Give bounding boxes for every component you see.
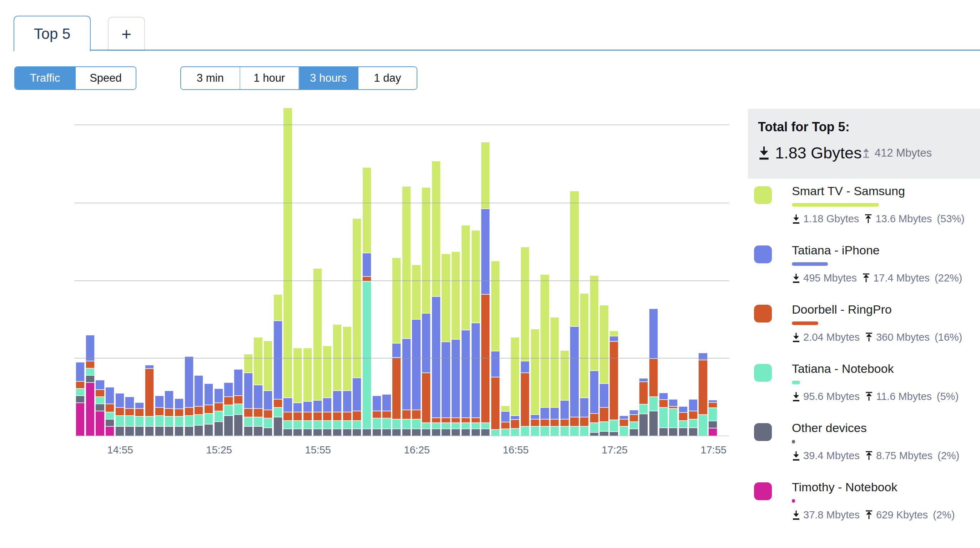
bar-column[interactable] <box>550 317 559 436</box>
bar-segment <box>352 429 361 436</box>
bar-column[interactable] <box>689 399 698 436</box>
color-swatch <box>754 245 772 263</box>
bar-segment <box>352 378 361 411</box>
bar-column[interactable] <box>639 378 648 436</box>
bar-column[interactable] <box>323 346 332 436</box>
bar-column[interactable] <box>214 389 223 436</box>
bar-column[interactable] <box>86 335 95 436</box>
bar-column[interactable] <box>303 348 312 436</box>
bar-segment <box>372 429 381 436</box>
bar-column[interactable] <box>451 251 460 436</box>
download-icon <box>758 146 770 160</box>
bar-segment <box>115 426 124 436</box>
bar-column[interactable] <box>619 416 628 436</box>
bar-column[interactable] <box>679 407 687 436</box>
bar-segment <box>115 393 124 407</box>
add-tab-button[interactable]: + <box>108 17 145 51</box>
legend-item-iphone[interactable]: Tatiana - iPhone 495 Mbytes 17.4 Mbytes … <box>748 243 980 303</box>
bar-segment <box>194 425 203 436</box>
legend-item-doorbell[interactable]: Doorbell - RingPro 2.04 Mbytes 360 Mbyte… <box>748 303 980 362</box>
bar-column[interactable] <box>125 397 134 436</box>
bar-column[interactable] <box>175 399 183 436</box>
bar-column[interactable] <box>204 384 213 436</box>
range-1hour-button[interactable]: 1 hour <box>240 67 299 89</box>
bar-column[interactable] <box>382 394 391 436</box>
bar-column[interactable] <box>531 329 539 436</box>
legend-item-timothy-notebook[interactable]: Timothy - Notebook 37.8 Mbytes 629 Kbyte… <box>748 480 980 539</box>
bar-column[interactable] <box>293 348 302 436</box>
bar-column[interactable] <box>145 365 154 436</box>
legend-item-other-devices[interactable]: Other devices 39.4 Mbytes 8.75 Mbytes (2… <box>748 421 980 480</box>
bar-segment <box>689 399 698 411</box>
bar-segment <box>95 411 104 436</box>
bar-column[interactable] <box>590 275 599 436</box>
bar-column[interactable] <box>283 108 292 436</box>
bar-column[interactable] <box>313 268 322 436</box>
bar-segment <box>590 371 599 413</box>
bar-segment <box>76 381 84 389</box>
bar-column[interactable] <box>491 261 500 436</box>
bar-column[interactable] <box>698 353 707 436</box>
bar-column[interactable] <box>224 383 233 436</box>
bar-column[interactable] <box>155 396 164 436</box>
range-3hours-button[interactable]: 3 hours <box>299 67 358 89</box>
bar-column[interactable] <box>412 265 420 436</box>
bar-column[interactable] <box>422 187 431 436</box>
bar-column[interactable] <box>363 167 371 436</box>
traffic-button[interactable]: Traffic <box>15 67 76 89</box>
bar-column[interactable] <box>274 294 282 436</box>
bar-column[interactable] <box>95 380 104 436</box>
range-3min-button[interactable]: 3 min <box>181 67 240 89</box>
bar-column[interactable] <box>165 391 173 436</box>
bar-column[interactable] <box>264 341 272 436</box>
bar-column[interactable] <box>234 369 243 436</box>
bar-column[interactable] <box>520 247 530 436</box>
bar-column[interactable] <box>253 337 262 436</box>
bar-column[interactable] <box>540 274 549 436</box>
bar-column[interactable] <box>115 393 124 436</box>
bar-column[interactable] <box>333 324 342 436</box>
bar-column[interactable] <box>481 142 490 436</box>
bar-column[interactable] <box>580 293 589 436</box>
bar-segment <box>402 338 411 410</box>
range-1day-button[interactable]: 1 day <box>358 67 417 89</box>
bar-column[interactable] <box>352 218 361 436</box>
bar-column[interactable] <box>432 161 441 436</box>
bar-column[interactable] <box>669 399 678 436</box>
bar-column[interactable] <box>105 387 114 436</box>
bar-column[interactable] <box>570 191 579 436</box>
bar-column[interactable] <box>402 186 411 436</box>
bar-segment <box>708 428 717 436</box>
bar-column[interactable] <box>194 375 203 436</box>
bar-column[interactable] <box>461 225 470 436</box>
bar-column[interactable] <box>708 400 717 436</box>
speed-button[interactable]: Speed <box>76 67 136 89</box>
legend-item-smarttv[interactable]: Smart TV - Samsung 1.18 Gbytes 13.6 Mbyt… <box>748 184 980 243</box>
bar-column[interactable] <box>629 410 638 436</box>
bar-column[interactable] <box>372 396 381 436</box>
bar-segment <box>274 294 282 320</box>
bar-column[interactable] <box>135 402 144 436</box>
device-stats: 2.04 Mbytes 360 Mbytes (16%) <box>792 332 977 343</box>
tab-top5[interactable]: Top 5 <box>14 16 91 51</box>
bar-column[interactable] <box>501 406 510 436</box>
bar-segment <box>323 421 332 429</box>
bar-column[interactable] <box>244 354 253 436</box>
bar-segment <box>550 426 559 436</box>
device-name: Other devices <box>792 421 977 435</box>
bar-segment <box>609 342 618 420</box>
legend-item-tatiana-notebook[interactable]: Tatiana - Notebook 95.6 Mbytes 11.6 Mbyt… <box>748 362 980 421</box>
bar-column[interactable] <box>76 362 84 436</box>
bar-column[interactable] <box>659 393 668 436</box>
bar-plot[interactable] <box>76 100 720 436</box>
bar-column[interactable] <box>185 356 194 436</box>
bar-column[interactable] <box>609 331 618 436</box>
bar-column[interactable] <box>600 305 608 436</box>
bar-column[interactable] <box>511 337 519 436</box>
bar-column[interactable] <box>560 350 569 436</box>
bar-column[interactable] <box>343 326 352 436</box>
bar-column[interactable] <box>649 309 658 436</box>
bar-column[interactable] <box>392 257 401 436</box>
bar-segment <box>540 419 549 426</box>
bar-column[interactable] <box>471 230 480 436</box>
